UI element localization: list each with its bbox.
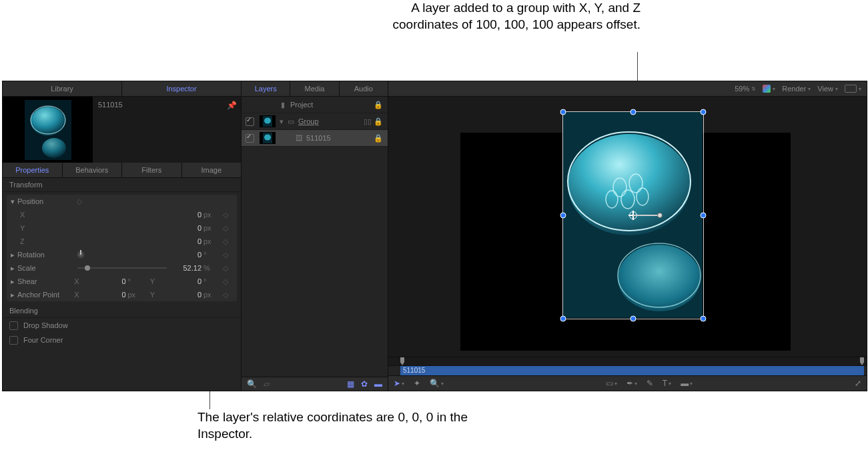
subtab-behaviors[interactable]: Behaviors — [63, 163, 123, 177]
tab-library[interactable]: Library — [3, 81, 122, 96]
keyframe-icon[interactable]: ◇ — [218, 291, 233, 299]
row-scale: ▸ Scale 52.12 % ◇ — [7, 261, 237, 275]
disclosure-right-icon[interactable]: ▸ — [11, 291, 17, 299]
lock-icon[interactable]: 🔒 — [373, 134, 384, 143]
checkbox-drop-shadow[interactable] — [9, 321, 18, 330]
in-point-marker[interactable] — [400, 357, 404, 365]
color-channels-dropdown[interactable]: ▾ — [763, 85, 775, 93]
visibility-checkbox[interactable] — [246, 134, 254, 143]
unit-deg: ° — [201, 251, 218, 259]
disclosure-down-icon[interactable]: ▾ — [11, 197, 17, 206]
layer-name-group[interactable]: Group — [298, 117, 362, 125]
rotation-dial[interactable] — [76, 250, 85, 259]
rotation-lever-handle[interactable] — [657, 213, 663, 218]
layer-row-asset[interactable]: 🖼 511015 🔒 — [242, 130, 388, 147]
filter-grid-icon[interactable]: ▦ — [347, 379, 354, 389]
rgb-swatch-icon — [763, 85, 771, 93]
row-drop-shadow[interactable]: Drop Shadow — [3, 318, 241, 333]
view-dropdown[interactable]: View ▾ — [817, 85, 838, 93]
scale-slider[interactable] — [77, 267, 167, 269]
keyframe-icon[interactable]: ◇ — [218, 224, 233, 233]
text-tool[interactable]: T▾ — [663, 379, 671, 388]
lock-icon[interactable]: 🔒 — [373, 101, 384, 109]
value-shear-x[interactable]: 0 — [109, 277, 126, 285]
unit-px: px — [201, 224, 218, 232]
resize-handle-w[interactable] — [560, 213, 566, 219]
layer-row-project[interactable]: ▮ Project 🔒 — [242, 97, 388, 113]
checkbox-four-corner[interactable] — [9, 336, 18, 345]
resize-handle-ne[interactable] — [701, 109, 707, 115]
resize-handle-sw[interactable] — [560, 316, 566, 322]
timeline-clip[interactable]: 511015 — [400, 366, 864, 375]
resize-handle-nw[interactable] — [560, 109, 566, 115]
viewer-layout-dropdown[interactable]: ▾ — [845, 85, 861, 93]
keyframe-icon[interactable]: ◇ — [218, 237, 233, 246]
layer-row-group[interactable]: ▾ ▭ Group ▯▯ 🔒 — [242, 113, 388, 130]
disclosure-right-icon[interactable]: ▸ — [11, 277, 17, 286]
filter-mask-icon[interactable]: ▬ — [374, 379, 382, 389]
zoom-dropdown[interactable]: 59% ⇅ — [735, 85, 756, 93]
view-tool[interactable]: 🔍▾ — [430, 379, 444, 388]
passthrough-icon[interactable]: ▯▯ — [362, 117, 373, 126]
value-scale[interactable]: 52.12 — [172, 264, 201, 272]
pin-icon[interactable]: 📌 — [227, 101, 237, 110]
unit-px: px — [201, 291, 218, 299]
fullscreen-icon[interactable]: ⤢ — [855, 379, 861, 388]
section-blending: Blending — [3, 304, 241, 318]
value-anchor-y[interactable]: 0 — [184, 291, 201, 299]
value-pos-y[interactable]: 0 — [172, 224, 201, 232]
subtab-image[interactable]: Image — [182, 163, 242, 177]
render-dropdown[interactable]: Render ▾ — [782, 85, 811, 93]
resize-handle-s[interactable] — [630, 316, 636, 322]
layer-name-project[interactable]: Project — [290, 101, 373, 109]
value-rotation[interactable]: 0 — [172, 251, 201, 259]
tab-inspector[interactable]: Inspector — [122, 81, 241, 96]
row-four-corner[interactable]: Four Corner — [3, 333, 241, 347]
value-pos-x[interactable]: 0 — [172, 211, 201, 219]
svg-point-5 — [264, 118, 271, 124]
resize-handle-se[interactable] — [701, 316, 707, 322]
mini-timeline-ruler[interactable] — [388, 357, 867, 365]
search-icon[interactable]: 🔍 — [247, 379, 257, 389]
selection-bounding-box[interactable] — [562, 111, 704, 319]
keyframe-icon[interactable]: ◇ — [72, 197, 87, 206]
canvas-viewport[interactable] — [388, 97, 867, 357]
label-y: Y — [11, 224, 72, 232]
value-anchor-x[interactable]: 0 — [109, 291, 126, 299]
value-pos-z[interactable]: 0 — [172, 237, 201, 245]
resize-handle-n[interactable] — [630, 109, 636, 115]
value-shear-y[interactable]: 0 — [184, 277, 201, 285]
chevron-down-icon: ▾ — [634, 381, 637, 387]
keyframe-icon[interactable]: ◇ — [218, 251, 233, 259]
pen-tool[interactable]: ✒▾ — [626, 379, 637, 388]
shape-tool[interactable]: ▭▾ — [606, 379, 617, 388]
keyframe-icon[interactable]: ◇ — [218, 264, 233, 273]
3d-transform-tool[interactable]: ✦ — [414, 379, 420, 388]
frame-icon[interactable]: ▱ — [264, 379, 270, 389]
rotation-lever[interactable] — [633, 215, 660, 216]
mini-timeline-track[interactable]: 511015 — [388, 365, 867, 375]
resize-handle-e[interactable] — [701, 213, 707, 219]
select-tool[interactable]: ➤▾ — [394, 379, 404, 388]
lock-icon[interactable]: 🔒 — [373, 117, 384, 126]
disclosure-right-icon[interactable]: ▸ — [11, 251, 17, 259]
out-point-marker[interactable] — [860, 357, 864, 365]
disclosure-right-icon[interactable]: ▸ — [11, 264, 17, 273]
tab-media[interactable]: Media — [290, 81, 339, 96]
filter-gear-icon[interactable]: ✿ — [361, 379, 368, 389]
label-x: X — [72, 277, 81, 285]
tab-audio[interactable]: Audio — [340, 81, 388, 96]
keyframe-icon[interactable]: ◇ — [218, 211, 233, 219]
subtab-properties[interactable]: Properties — [3, 163, 63, 177]
subtab-filters[interactable]: Filters — [122, 163, 182, 177]
layer-name-asset[interactable]: 511015 — [306, 134, 373, 142]
disclosure-down-icon[interactable]: ▾ — [280, 117, 286, 126]
mask-tool[interactable]: ▬▾ — [681, 379, 693, 388]
tab-layers[interactable]: Layers — [242, 81, 290, 96]
keyframe-icon[interactable]: ◇ — [218, 277, 233, 286]
paint-tool[interactable]: ✎ — [646, 379, 653, 388]
row-position[interactable]: ▾ Position ◇ — [7, 195, 237, 208]
visibility-checkbox[interactable] — [246, 117, 254, 126]
row-rotation: ▸ Rotation 0 ° ◇ — [7, 248, 237, 261]
label-x: X — [11, 211, 72, 219]
